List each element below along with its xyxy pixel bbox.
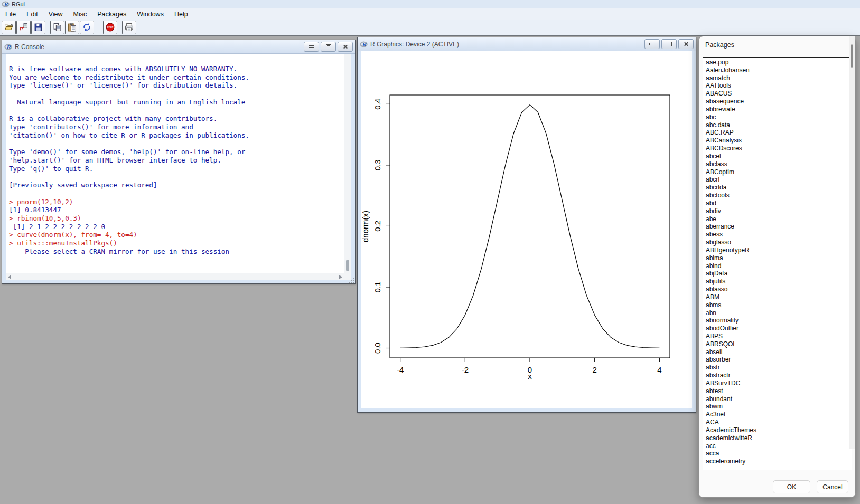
- menu-view[interactable]: View: [43, 9, 68, 20]
- package-item[interactable]: abc.data: [703, 121, 852, 129]
- package-item[interactable]: abc: [703, 113, 852, 121]
- console-maximize-button[interactable]: [321, 42, 336, 52]
- package-item[interactable]: abodOutlier: [703, 325, 852, 332]
- stop-button[interactable]: STOP: [103, 21, 117, 34]
- package-item[interactable]: ABC.RAP: [703, 129, 852, 137]
- menu-file[interactable]: File: [0, 9, 21, 20]
- cancel-button[interactable]: Cancel: [817, 480, 848, 493]
- console-line: [1] 0.8413447: [9, 206, 344, 214]
- app-titlebar[interactable]: R RGui: [0, 0, 860, 8]
- print-button[interactable]: [122, 21, 136, 34]
- scrollbar-thumb[interactable]: [346, 260, 349, 271]
- package-item[interactable]: aberrance: [703, 223, 852, 231]
- console-line: --- Please select a CRAN mirror for use …: [9, 248, 344, 256]
- package-item[interactable]: abclass: [703, 160, 852, 168]
- close-icon: [343, 44, 348, 49]
- r-console-titlebar[interactable]: R R Console: [2, 40, 355, 54]
- package-item[interactable]: Ac3net: [703, 411, 852, 419]
- package-item[interactable]: abasequence: [703, 98, 852, 106]
- menu-windows[interactable]: Windows: [132, 9, 169, 20]
- open-script-button[interactable]: [2, 21, 16, 34]
- console-minimize-button[interactable]: [304, 42, 319, 52]
- package-item[interactable]: AcademicThemes: [703, 426, 852, 434]
- package-item[interactable]: ACA: [703, 419, 852, 426]
- console-client[interactable]: R is free software and comes with ABSOLU…: [6, 54, 344, 273]
- scroll-left-arrow-icon[interactable]: [8, 275, 11, 279]
- console-horizontal-scrollbar[interactable]: [6, 273, 344, 280]
- axis-tick-label: 2: [593, 365, 597, 374]
- graphics-minimize-button[interactable]: [644, 39, 660, 49]
- packages-dialog: Packages aae.popAalenJohansenaamatchAATt…: [698, 36, 856, 498]
- package-item[interactable]: abstractr: [703, 372, 852, 379]
- console-close-button[interactable]: [338, 42, 353, 52]
- package-item[interactable]: acc: [703, 442, 852, 450]
- menu-misc[interactable]: Misc: [68, 9, 92, 20]
- package-item[interactable]: ABM: [703, 293, 852, 301]
- scroll-right-arrow-icon[interactable]: [339, 275, 342, 279]
- package-item[interactable]: abnormality: [703, 317, 852, 325]
- package-item[interactable]: aae.pop: [703, 59, 852, 66]
- package-item[interactable]: ABCDscores: [703, 145, 852, 153]
- console-vertical-scrollbar[interactable]: [344, 54, 351, 273]
- package-item[interactable]: abundant: [703, 395, 852, 403]
- package-item[interactable]: abd: [703, 199, 852, 207]
- r-graphics-titlebar[interactable]: R R Graphics: Device 2 (ACTIVE): [358, 37, 696, 51]
- load-workspace-button[interactable]: [16, 21, 31, 34]
- paste-button[interactable]: [65, 21, 79, 34]
- menu-help[interactable]: Help: [169, 9, 193, 20]
- console-resize-grip[interactable]: [344, 273, 351, 280]
- open-script-icon: [4, 23, 13, 32]
- graphics-client: -4-20240.00.10.20.30.4 x dnorm(x): [361, 51, 692, 408]
- package-item[interactable]: ABPS: [703, 332, 852, 340]
- package-item[interactable]: abcrf: [703, 176, 852, 184]
- axis-tick-label: 4: [657, 365, 661, 374]
- package-item[interactable]: abwm: [703, 403, 852, 411]
- package-item[interactable]: abglasso: [703, 239, 852, 246]
- package-item[interactable]: abms: [703, 301, 852, 309]
- package-item[interactable]: abtest: [703, 387, 852, 395]
- package-item[interactable]: abctools: [703, 192, 852, 199]
- package-item[interactable]: ABCoptim: [703, 168, 852, 176]
- menu-edit[interactable]: Edit: [21, 9, 43, 20]
- menu-packages[interactable]: Packages: [92, 9, 132, 20]
- copy-button[interactable]: [50, 21, 64, 34]
- graphics-maximize-button[interactable]: [661, 39, 677, 49]
- package-item[interactable]: ABACUS: [703, 90, 852, 98]
- packages-list[interactable]: aae.popAalenJohansenaamatchAATtoolsABACU…: [703, 57, 852, 470]
- package-item[interactable]: ABHgenotypeR: [703, 246, 852, 254]
- package-item[interactable]: aamatch: [703, 74, 852, 82]
- package-item[interactable]: abind: [703, 262, 852, 270]
- package-item[interactable]: AATtools: [703, 82, 852, 90]
- package-item[interactable]: ABSurvTDC: [703, 379, 852, 387]
- package-item[interactable]: abima: [703, 254, 852, 262]
- copy-and-paste-button[interactable]: [80, 21, 94, 34]
- dnorm-curve: [400, 105, 660, 348]
- package-item[interactable]: abe: [703, 215, 852, 223]
- package-item[interactable]: abcel: [703, 153, 852, 160]
- ok-button[interactable]: OK: [773, 480, 810, 493]
- package-item[interactable]: abess: [703, 231, 852, 239]
- console-line: [9, 107, 344, 115]
- package-item[interactable]: abjData: [703, 270, 852, 278]
- package-item[interactable]: ABCanalysis: [703, 137, 852, 145]
- package-item[interactable]: abdiv: [703, 207, 852, 215]
- package-item[interactable]: abstr: [703, 364, 852, 372]
- package-item[interactable]: abbreviate: [703, 106, 852, 113]
- package-item[interactable]: acca: [703, 450, 852, 458]
- console-output[interactable]: R is free software and comes with ABSOLU…: [6, 54, 344, 256]
- package-item[interactable]: AalenJohansen: [703, 66, 852, 74]
- package-item[interactable]: absorber: [703, 356, 852, 364]
- packages-list-scrollbar[interactable]: [849, 36, 855, 449]
- save-button[interactable]: [31, 21, 45, 34]
- package-item[interactable]: abseil: [703, 348, 852, 356]
- package-item[interactable]: abjutils: [703, 278, 852, 286]
- package-item[interactable]: accelerometry: [703, 458, 852, 465]
- package-item[interactable]: ablasso: [703, 286, 852, 293]
- package-item[interactable]: abn: [703, 309, 852, 317]
- console-line: [9, 90, 344, 98]
- graphics-close-button[interactable]: [678, 39, 694, 49]
- package-item[interactable]: academictwitteR: [703, 434, 852, 442]
- package-item[interactable]: ABRSQOL: [703, 340, 852, 348]
- scrollbar-thumb[interactable]: [851, 44, 853, 68]
- package-item[interactable]: abcrlda: [703, 184, 852, 192]
